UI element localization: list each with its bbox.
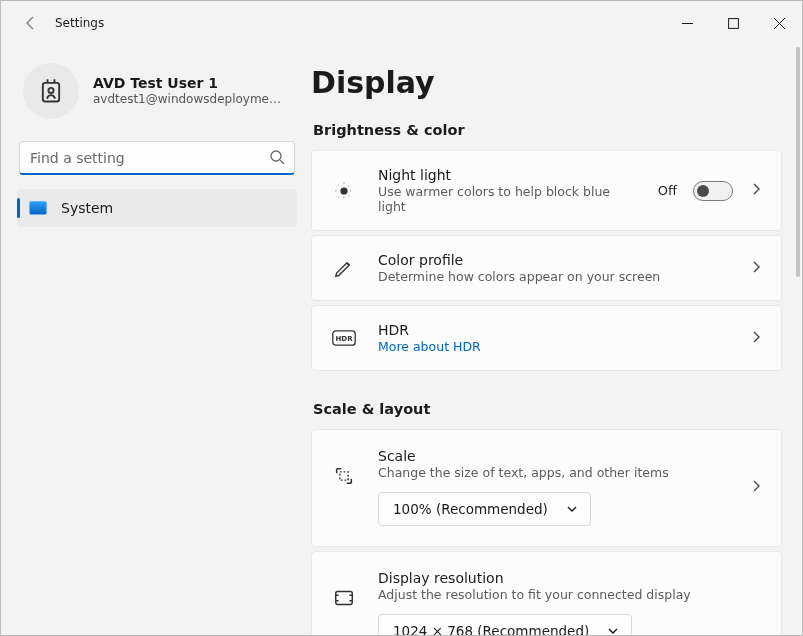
scale-dropdown[interactable]: 100% (Recommended)	[378, 492, 591, 526]
avatar-icon	[37, 77, 65, 105]
profile-name: AVD Test User 1	[93, 75, 283, 93]
avatar	[23, 63, 79, 119]
svg-rect-1	[728, 18, 738, 28]
resolution-title: Display resolution	[378, 570, 763, 586]
minimize-button[interactable]	[664, 7, 710, 39]
night-light-state: Off	[658, 183, 677, 198]
svg-text:HDR: HDR	[335, 335, 353, 343]
svg-point-8	[341, 188, 347, 194]
search-input[interactable]	[19, 141, 295, 175]
svg-point-6	[271, 151, 281, 161]
svg-rect-11	[340, 472, 348, 480]
maximize-icon	[728, 18, 739, 29]
scale-title: Scale	[378, 448, 729, 464]
title-bar: Settings	[1, 1, 802, 45]
color-profile-title: Color profile	[378, 252, 729, 268]
svg-point-5	[48, 88, 53, 93]
scrollbar[interactable]	[796, 47, 800, 277]
resolution-value: 1024 × 768 (Recommended)	[393, 623, 589, 635]
nav-item-system[interactable]: System	[17, 189, 297, 227]
night-light-sub: Use warmer colors to help block blue lig…	[378, 184, 638, 214]
chevron-down-icon	[607, 625, 619, 635]
search-box	[19, 141, 295, 175]
night-light-title: Night light	[378, 167, 638, 183]
back-button[interactable]	[11, 3, 51, 43]
sidebar: AVD Test User 1 avdtest1@windowsdeployme…	[1, 45, 311, 635]
chevron-down-icon	[566, 503, 578, 515]
scale-card-stack: Scale Change the size of text, apps, and…	[311, 429, 782, 635]
system-icon	[29, 201, 47, 215]
brightness-card-stack: Night light Use warmer colors to help bl…	[311, 150, 782, 371]
card-hdr[interactable]: HDR HDR More about HDR	[311, 305, 782, 371]
card-night-light[interactable]: Night light Use warmer colors to help bl…	[311, 150, 782, 231]
scale-sub: Change the size of text, apps, and other…	[378, 465, 729, 480]
section-scale-title: Scale & layout	[313, 401, 782, 417]
chevron-right-icon	[749, 181, 763, 200]
arrow-left-icon	[23, 15, 39, 31]
minimize-icon	[682, 18, 693, 29]
card-color-profile[interactable]: Color profile Determine how colors appea…	[311, 235, 782, 301]
search-icon	[269, 149, 285, 169]
close-button[interactable]	[756, 7, 802, 39]
hdr-icon: HDR	[330, 324, 358, 352]
page-title: Display	[311, 65, 782, 100]
main-panel: Display Brightness & color Night light U…	[311, 45, 802, 635]
night-light-toggle[interactable]	[693, 181, 733, 201]
card-resolution[interactable]: Display resolution Adjust the resolution…	[311, 551, 782, 635]
profile-email: avdtest1@windowsdeploymentguy.c…	[93, 92, 283, 107]
section-brightness-title: Brightness & color	[313, 122, 782, 138]
chevron-right-icon	[749, 478, 763, 497]
scale-icon	[330, 462, 358, 490]
resolution-sub: Adjust the resolution to fit your connec…	[378, 587, 763, 602]
hdr-link[interactable]: More about HDR	[378, 339, 729, 354]
chevron-right-icon	[749, 259, 763, 278]
night-light-icon	[330, 177, 358, 205]
svg-rect-12	[336, 592, 353, 605]
card-scale[interactable]: Scale Change the size of text, apps, and…	[311, 429, 782, 547]
nav-item-label: System	[61, 200, 113, 216]
svg-line-7	[280, 160, 284, 164]
scale-value: 100% (Recommended)	[393, 501, 548, 517]
window-title: Settings	[55, 16, 104, 30]
chevron-right-icon	[749, 329, 763, 348]
resolution-icon	[330, 584, 358, 612]
profile-block[interactable]: AVD Test User 1 avdtest1@windowsdeployme…	[17, 55, 297, 135]
maximize-button[interactable]	[710, 7, 756, 39]
color-profile-sub: Determine how colors appear on your scre…	[378, 269, 729, 284]
profile-text: AVD Test User 1 avdtest1@windowsdeployme…	[93, 75, 283, 108]
window-controls	[664, 7, 802, 39]
close-icon	[774, 18, 785, 29]
hdr-title: HDR	[378, 322, 729, 338]
resolution-dropdown[interactable]: 1024 × 768 (Recommended)	[378, 614, 632, 635]
color-profile-icon	[330, 254, 358, 282]
